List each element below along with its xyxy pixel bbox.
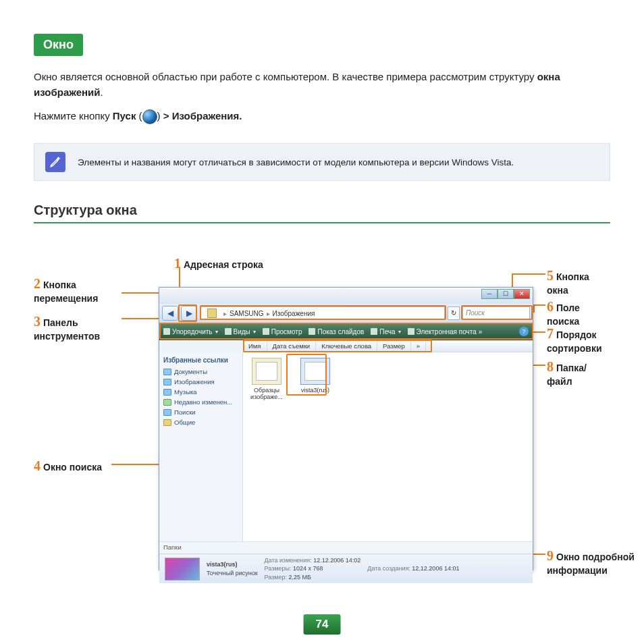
- image-thumb-icon: [300, 358, 330, 385]
- file-pane[interactable]: Образцы изображе... vista3(rus): [243, 352, 533, 541]
- refresh-button[interactable]: ↻: [448, 306, 460, 320]
- tb-organize[interactable]: Упорядочить▾: [163, 328, 218, 336]
- pencil-icon: [45, 152, 65, 172]
- details-name: vista3(rus): [207, 561, 238, 568]
- sidebar-label: Изображения: [174, 378, 215, 385]
- sidebar-item-music[interactable]: Музыка: [163, 387, 238, 397]
- folders-toggle[interactable]: Папки: [159, 541, 533, 554]
- close-button[interactable]: ✕: [514, 289, 530, 299]
- val: 12.12.2006 14:02: [313, 557, 360, 564]
- sidebar-item-recent[interactable]: Недавно изменен...: [163, 397, 238, 407]
- val: 1024 x 768: [293, 565, 323, 572]
- press-open: (: [136, 110, 142, 122]
- sidebar-label: Музыка: [174, 388, 197, 396]
- connector: [111, 464, 159, 465]
- ann-9-label: Окно подробной информации: [547, 552, 635, 576]
- val: 12.12.2006 14:01: [412, 565, 459, 572]
- ann-3-label: Панель инструментов: [34, 317, 100, 342]
- file-label: Образцы изображе...: [248, 387, 285, 400]
- note-box: Элементы и названия могут отличаться в з…: [34, 143, 610, 181]
- addr-seg2[interactable]: Изображения: [273, 310, 315, 317]
- address-bar[interactable]: ▸ SAMSUNG ▸ Изображения: [200, 306, 445, 320]
- col-name[interactable]: Имя: [243, 341, 267, 352]
- window-buttons: ─ ☐ ✕: [481, 289, 530, 299]
- tb-label: Печа: [379, 328, 395, 336]
- diagram: 1Адресная строка 2Кнопка перемещения 3Па…: [34, 246, 610, 584]
- ann-9: 9Окно подробной информации: [547, 547, 641, 576]
- col-size[interactable]: Размер: [377, 341, 411, 352]
- ann-2-label: Кнопка перемещения: [34, 279, 98, 304]
- help-icon[interactable]: ?: [519, 327, 529, 336]
- intro-text: Окно является основной областью при рабо…: [34, 70, 610, 100]
- column-headers: Имя Дата съемки Ключевые слова Размер »: [243, 340, 533, 352]
- maximize-button[interactable]: ☐: [498, 289, 514, 299]
- lbl: Дата изменения:: [265, 557, 312, 564]
- lbl: Размер:: [265, 574, 287, 581]
- connector: [512, 273, 545, 275]
- press-prefix: Нажмите кнопку: [34, 110, 113, 122]
- intro-period: .: [101, 86, 103, 98]
- connector: [533, 304, 535, 313]
- sidebar-label: Поиски: [174, 408, 196, 416]
- file-folder[interactable]: Образцы изображе...: [248, 358, 285, 400]
- details-pane: vista3(rus) Точечный рисунок Дата измене…: [159, 554, 533, 583]
- tb-label: Упорядочить: [172, 328, 213, 336]
- ann-1-label: Адресная строка: [184, 259, 263, 270]
- lbl: Дата создания:: [367, 565, 410, 572]
- connector: [533, 304, 545, 306]
- details-type: Точечный рисунок: [207, 569, 258, 577]
- press-close: ): [157, 110, 163, 122]
- press-arrow: > Изображения.: [163, 110, 242, 122]
- press-line: Нажмите кнопку Пуск () > Изображения.: [34, 109, 610, 124]
- tb-views[interactable]: Виды▾: [225, 328, 256, 336]
- col-date[interactable]: Дата съемки: [267, 341, 317, 352]
- sidebar-item-public[interactable]: Общие: [163, 417, 238, 427]
- folder-thumb-icon: [252, 358, 281, 385]
- sidebar-label: Общие: [174, 419, 195, 426]
- sidebar-header: Избранные ссылки: [163, 356, 238, 364]
- sidebar-item-search[interactable]: Поиски: [163, 407, 238, 417]
- sidebar-item-docs[interactable]: Документы: [163, 367, 238, 377]
- ann-3: 3Панель инструментов: [34, 313, 122, 342]
- ann-4: 4Окно поиска: [34, 457, 102, 475]
- lbl: Размеры:: [265, 565, 292, 572]
- details-col3: Дата создания: 12.12.2006 14:01: [367, 564, 459, 572]
- col-more[interactable]: »: [411, 341, 426, 352]
- ann-4-label: Окно поиска: [43, 462, 102, 473]
- ann-6: 6Поле поиска: [547, 298, 610, 327]
- intro-before: Окно является основной областью при рабо…: [34, 71, 537, 82]
- page-number: 74: [304, 614, 341, 635]
- tb-slideshow[interactable]: Показ слайдов: [308, 328, 364, 336]
- explorer-body: Избранные ссылки Документы Изображения М…: [159, 352, 533, 541]
- val: 2,25 МБ: [289, 574, 311, 581]
- note-text: Элементы и названия могут отличаться в з…: [78, 157, 514, 167]
- section-title: Структура окна: [34, 203, 610, 223]
- file-image[interactable]: vista3(rus): [297, 358, 333, 394]
- titlebar[interactable]: ─ ☐ ✕: [159, 288, 533, 304]
- sidebar-label: Документы: [174, 368, 207, 375]
- sidebar-label: Недавно изменен...: [174, 398, 232, 406]
- ann-5: 5Кнопка окна: [547, 267, 610, 296]
- nav-bar: ◀ ▶ ▸ SAMSUNG ▸ Изображения ↻ Поиск: [159, 304, 533, 323]
- ann-8: 8Папка/файл: [547, 358, 610, 387]
- search-input[interactable]: Поиск: [462, 306, 530, 320]
- forward-button[interactable]: ▶: [181, 306, 197, 321]
- connector: [122, 318, 159, 319]
- ann-1: 1Адресная строка: [174, 254, 263, 272]
- tb-print[interactable]: Печа▾: [371, 328, 400, 336]
- section-tag: Окно: [34, 34, 83, 56]
- details-thumb: [165, 558, 200, 581]
- tb-email[interactable]: Электронная почта»: [408, 328, 483, 336]
- tb-label: Виды: [234, 328, 250, 336]
- tb-label: Показ слайдов: [317, 328, 364, 336]
- sidebar: Избранные ссылки Документы Изображения М…: [159, 352, 243, 541]
- tb-label: Просмотр: [271, 328, 302, 336]
- tb-preview[interactable]: Просмотр: [263, 328, 302, 336]
- addr-seg1[interactable]: SAMSUNG: [230, 310, 264, 317]
- col-tags[interactable]: Ключевые слова: [316, 341, 377, 352]
- ann-2: 2Кнопка перемещения: [34, 275, 122, 304]
- back-button[interactable]: ◀: [162, 306, 178, 321]
- minimize-button[interactable]: ─: [481, 289, 498, 299]
- tb-label: Электронная почта: [417, 328, 477, 336]
- sidebar-item-images[interactable]: Изображения: [163, 377, 238, 387]
